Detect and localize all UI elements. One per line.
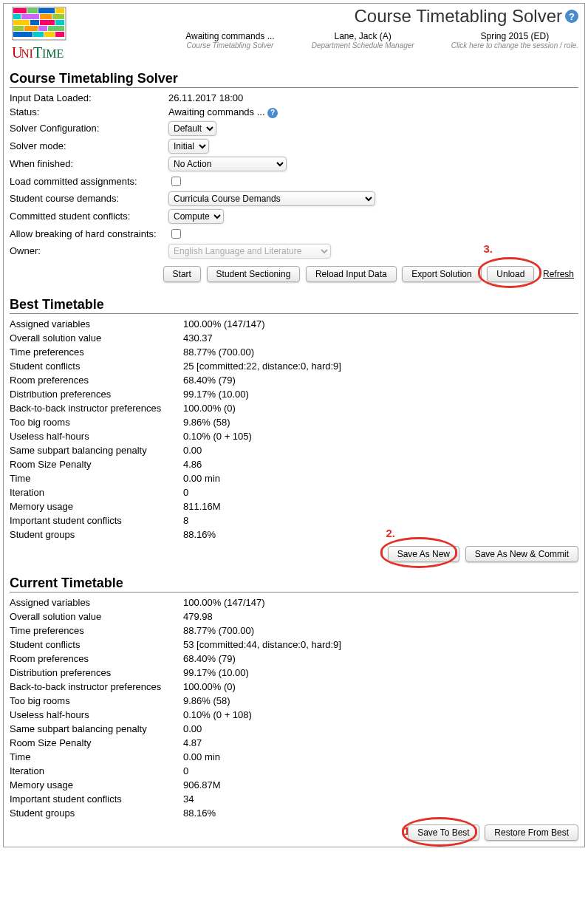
svg-text:T: T (33, 44, 42, 61)
stat-value: 100.00% (0) (183, 401, 346, 415)
stat-value: 88.16% (183, 806, 346, 820)
svg-rect-18 (33, 32, 44, 37)
mode-select[interactable]: Initial (168, 139, 209, 154)
stat-label: Too big rooms (10, 694, 183, 708)
stat-value: 811.16M (183, 499, 346, 513)
svg-rect-12 (55, 20, 64, 25)
stat-value: 0.00 (183, 443, 346, 457)
stat-value: 68.40% (79) (183, 373, 346, 387)
stat-label: Overall solution value (10, 331, 183, 345)
stat-label: Room preferences (10, 373, 183, 387)
stat-value: 4.86 (183, 457, 346, 471)
status-value: Awaiting commands ... (168, 106, 265, 117)
unitime-logo: U NI T IME (10, 6, 69, 65)
stat-value: 4.87 (183, 736, 346, 750)
annotation-3: 3. (483, 242, 493, 255)
load-committed-checkbox[interactable] (171, 177, 181, 186)
stat-value: 68.40% (79) (183, 652, 346, 666)
stat-label: Student conflicts (10, 638, 183, 652)
student-sectioning-button[interactable]: Student Sectioning (207, 266, 301, 282)
config-label: Solver Configuration: (10, 120, 168, 137)
svg-rect-11 (40, 20, 55, 25)
demands-label: Student course demands: (10, 190, 168, 208)
when-finished-label: When finished: (10, 155, 168, 173)
stat-label: Useless half-hours (10, 708, 183, 722)
stat-label: Room preferences (10, 652, 183, 666)
when-finished-select[interactable]: No Action (168, 157, 287, 171)
reload-input-button[interactable]: Reload Input Data (306, 266, 397, 282)
session-user: Lane, Jack (A) (312, 31, 414, 41)
stat-label: Iteration (10, 764, 183, 778)
session-status-sub: Course Timetabling Solver (185, 41, 275, 49)
status-help-icon[interactable]: ? (267, 108, 278, 118)
svg-rect-15 (38, 26, 47, 31)
stat-label: Important student conflicts (10, 513, 183, 527)
unload-button[interactable]: Unload (487, 266, 534, 282)
stat-label: Useless half-hours (10, 429, 183, 443)
stat-label: Distribution preferences (10, 666, 183, 680)
svg-rect-6 (21, 14, 39, 19)
restore-from-best-button[interactable]: Restore From Best (485, 824, 578, 841)
stat-value: 0 (183, 485, 346, 499)
svg-rect-7 (40, 14, 52, 19)
svg-rect-16 (48, 26, 64, 31)
stat-value: 25 [committed:22, distance:0, hard:9] (183, 359, 346, 373)
stat-value: 100.00% (147/147) (183, 317, 346, 331)
stat-value: 0.10% (0 + 105) (183, 429, 346, 443)
stat-value: 34 (183, 792, 346, 806)
svg-rect-1 (13, 8, 27, 13)
stat-label: Memory usage (10, 499, 183, 513)
svg-rect-4 (55, 8, 64, 13)
owner-label: Owner: (10, 242, 168, 260)
stat-label: Time preferences (10, 345, 183, 359)
current-stats-table: Assigned variables100.00% (147/147)Overa… (10, 595, 346, 820)
svg-rect-19 (44, 32, 55, 37)
stat-label: Back-to-back instructor preferences (10, 680, 183, 694)
stat-label: Time preferences (10, 624, 183, 638)
help-icon[interactable]: ? (565, 10, 578, 23)
page-title: Course Timetabling Solver (355, 6, 562, 27)
owner-select: English Language and Literature (168, 244, 331, 259)
svg-rect-8 (52, 14, 64, 19)
stat-label: Same subpart balancing penalty (10, 443, 183, 457)
svg-rect-5 (13, 14, 21, 19)
svg-text:NI: NI (21, 47, 33, 60)
session-user-sub: Department Schedule Manager (312, 41, 414, 49)
stat-value: 99.17% (10.00) (183, 387, 346, 401)
stat-label: Time (10, 471, 183, 485)
stat-value: 430.37 (183, 331, 346, 345)
stat-value: 906.87M (183, 778, 346, 792)
stat-value: 88.77% (700.00) (183, 624, 346, 638)
allow-break-checkbox[interactable] (171, 229, 181, 239)
stat-label: Assigned variables (10, 317, 183, 331)
session-status: Awaiting commands ... (185, 31, 275, 41)
session-term[interactable]: Spring 2015 (ED) (451, 31, 578, 41)
stat-value: 8 (183, 513, 346, 527)
save-as-new-button[interactable]: Save As New (388, 546, 459, 562)
stat-value: 0 (183, 764, 346, 778)
conflicts-select[interactable]: Compute (168, 209, 224, 224)
stat-value: 0.00 min (183, 750, 346, 764)
start-button[interactable]: Start (163, 266, 201, 282)
refresh-link[interactable]: Refresh (543, 269, 574, 279)
stat-label: Important student conflicts (10, 792, 183, 806)
current-section-heading: Current Timetable (10, 576, 578, 593)
svg-text:IME: IME (42, 47, 64, 60)
config-select[interactable]: Default (168, 121, 216, 136)
stat-label: Student conflicts (10, 359, 183, 373)
stat-value: 88.77% (700.00) (183, 345, 346, 359)
load-committed-label: Load committed assignments: (10, 173, 168, 190)
svg-rect-9 (13, 20, 30, 25)
session-term-sub[interactable]: Click here to change the session / role. (451, 41, 578, 49)
demands-select[interactable]: Curricula Course Demands (168, 191, 375, 206)
save-as-new-commit-button[interactable]: Save As New & Commit (465, 546, 578, 562)
annotation-2: 2. (386, 527, 395, 539)
stat-label: Same subpart balancing penalty (10, 722, 183, 736)
status-label: Status: (10, 105, 168, 120)
allow-break-label: Allow breaking of hard constraints: (10, 225, 168, 242)
svg-rect-3 (38, 8, 55, 13)
save-to-best-button[interactable]: Save To Best (408, 824, 479, 841)
stat-label: Assigned variables (10, 595, 183, 609)
stat-label: Room Size Penalty (10, 457, 183, 471)
export-solution-button[interactable]: Export Solution (402, 266, 481, 282)
